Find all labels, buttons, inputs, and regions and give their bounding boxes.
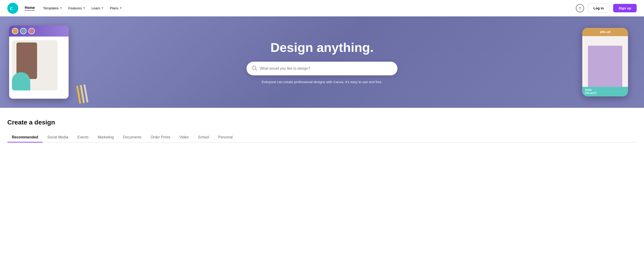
nav-plans[interactable]: Plans [107,4,124,12]
tab-marketing-label: Marketing [98,135,114,139]
help-button[interactable]: ? [576,4,584,12]
tab-social-media[interactable]: Social Media [43,132,73,142]
tab-school-label: School [198,135,209,139]
svg-line-2 [256,69,257,70]
mock-teal-shape [12,72,30,90]
chevron-down-icon [120,7,122,9]
hero-subtitle: Everyone can create professional designs… [246,80,398,84]
hero-deco-right: 20% off VISTACOLLECTI [566,16,644,108]
tab-documents-label: Documents [123,135,141,139]
mock-header [9,25,68,36]
mock-banner: 20% off [582,28,628,36]
tab-marketing[interactable]: Marketing [93,132,118,142]
signup-button[interactable]: Sign up [613,4,637,12]
create-title: Create a design [7,119,637,126]
tab-recommended[interactable]: Recommended [7,132,43,142]
mock-body [9,36,68,99]
nav-templates[interactable]: Templates [40,4,64,12]
search-icon [252,65,257,72]
chevron-down-icon [60,7,62,9]
chevron-down-icon [83,7,85,9]
search-input[interactable] [260,66,392,71]
navbar-right: ? Log in Sign up [576,4,637,12]
hero-title: Design anything. [246,40,398,55]
avatar-1 [12,28,18,34]
mock-right-figure [588,46,622,87]
hero-deco-left [0,16,78,108]
tab-video[interactable]: Video [175,132,194,142]
nav-features-label: Features [68,6,82,10]
tab-personal[interactable]: Personal [214,132,237,142]
mock-right-bottom-text: VISTACOLLECTI [582,87,628,96]
hero-section: 20% off VISTACOLLECTI Design anything. E… [0,16,644,108]
mock-right-body [582,36,628,87]
tab-documents[interactable]: Documents [118,132,146,142]
tab-recommended-label: Recommended [12,135,38,139]
search-bar[interactable] [246,62,398,75]
tab-events[interactable]: Events [73,132,93,142]
avatar-2 [20,28,26,34]
nav-learn[interactable]: Learn [89,4,106,12]
mock-design-left [9,25,68,99]
navbar: C Home Templates Features Learn Plans ? … [0,0,644,16]
tab-school[interactable]: School [193,132,214,142]
svg-text:C: C [10,6,13,11]
tab-order-prints-label: Order Prints [150,135,170,139]
nav-learn-label: Learn [92,6,100,10]
login-button[interactable]: Log in [588,4,610,12]
avatar-3 [28,28,35,34]
hero-content: Design anything. Everyone can create pro… [242,40,402,84]
tab-social-media-label: Social Media [47,135,68,139]
category-tabs: Recommended Social Media Events Marketin… [7,132,637,143]
mock-card [12,40,58,90]
create-section: Create a design Recommended Social Media… [0,108,644,143]
tab-events-label: Events [77,135,88,139]
nav-features[interactable]: Features [66,4,88,12]
main-nav: Templates Features Learn Plans [40,4,124,12]
chevron-down-icon [102,7,103,9]
nav-home[interactable]: Home [25,6,35,11]
tab-video-label: Video [180,135,189,139]
nav-templates-label: Templates [43,6,58,10]
mock-design-right: 20% off VISTACOLLECTI [582,28,628,96]
canva-logo[interactable]: C [7,3,18,14]
tab-order-prints[interactable]: Order Prints [146,132,175,142]
tab-personal-label: Personal [218,135,232,139]
nav-plans-label: Plans [110,6,118,10]
